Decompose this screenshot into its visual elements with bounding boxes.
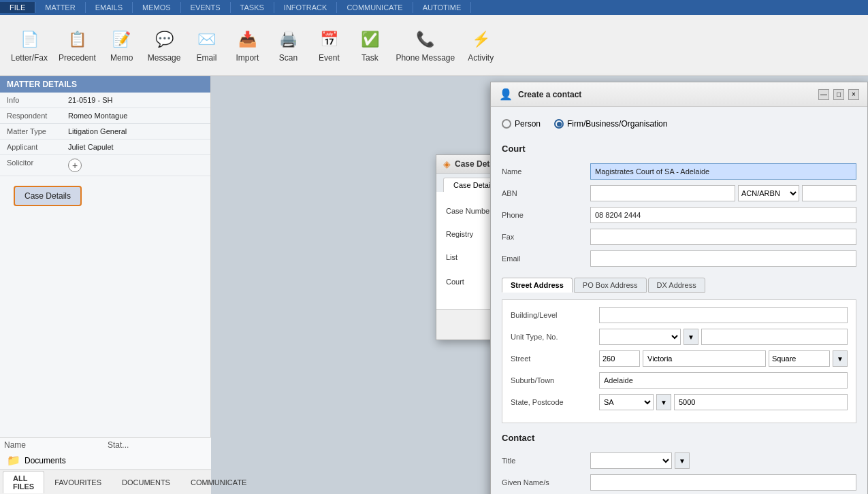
panel-close-button[interactable]: × xyxy=(848,89,859,100)
tab-events[interactable]: EVENTS xyxy=(181,2,231,13)
letter-fax-button[interactable]: 📄 Letter/Fax xyxy=(5,24,53,67)
panel-maximize-button[interactable]: □ xyxy=(833,89,844,100)
street-row: Street ▼ xyxy=(511,350,848,367)
unit-fields: ▼ xyxy=(599,329,848,345)
task-icon: ✅ xyxy=(359,29,381,50)
tab-file[interactable]: FILE xyxy=(0,2,35,13)
matter-applicant-row: Applicant Juliet Capulet xyxy=(0,139,210,155)
tab-autotime[interactable]: AUTOTIME xyxy=(413,2,472,13)
contact-icon: 👤 xyxy=(499,88,513,101)
street-name-input[interactable] xyxy=(643,350,766,367)
left-panel: MATTER DETAILS Info 21-0519 - SH Respond… xyxy=(0,76,211,494)
court-phone-label: Phone xyxy=(502,211,590,219)
street-type-dropdown-btn[interactable]: ▼ xyxy=(833,350,848,367)
message-icon: 💬 xyxy=(153,29,175,50)
precedent-icon: 📋 xyxy=(66,29,88,50)
tab-communicate[interactable]: COMMUNICATE xyxy=(337,2,413,13)
building-level-input[interactable] xyxy=(599,307,848,323)
street-number-input[interactable] xyxy=(599,350,640,367)
applicant-label: Applicant xyxy=(7,143,68,151)
contact-type-radio-group: Person Firm/Business/Organisation xyxy=(502,115,856,133)
task-button[interactable]: ✅ Task xyxy=(349,24,390,67)
tab-memos[interactable]: MEMOS xyxy=(133,2,181,13)
memo-button[interactable]: 📝 Memo xyxy=(101,24,142,67)
radio-firm-circle xyxy=(554,119,564,129)
court-fax-input[interactable] xyxy=(590,229,856,245)
abn-input[interactable] xyxy=(590,185,735,201)
state-dropdown-btn[interactable]: ▼ xyxy=(656,394,671,410)
tab-documents[interactable]: DOCUMENTS xyxy=(112,475,180,490)
import-button[interactable]: 📥 Import xyxy=(227,24,268,67)
court-section: Court Name ABN ACN/ARBN xyxy=(502,144,856,267)
matter-type-label: Matter Type xyxy=(7,127,68,135)
addr-tab-street[interactable]: Street Address xyxy=(502,278,573,293)
court-abn-row: ABN ACN/ARBN xyxy=(502,185,856,201)
panel-title-text: Create a contact xyxy=(518,90,581,99)
memo-label: Memo xyxy=(110,53,133,63)
court-fax-label: Fax xyxy=(502,233,590,241)
scan-label: Scan xyxy=(279,53,298,63)
add-solicitor-button[interactable]: + xyxy=(68,159,82,172)
tab-all-files[interactable]: ALL FILES xyxy=(3,471,44,493)
title-dropdown-btn[interactable]: ▼ xyxy=(675,452,690,469)
tab-tasks[interactable]: TASKS xyxy=(231,2,274,13)
activity-button[interactable]: ⚡ Activity xyxy=(460,24,501,67)
case-details-button[interactable]: Case Details xyxy=(14,186,82,206)
building-level-row: Building/Level xyxy=(511,307,848,323)
unit-no-input[interactable] xyxy=(701,329,848,345)
postcode-input[interactable] xyxy=(674,394,848,410)
addr-tab-dx[interactable]: DX Address xyxy=(648,278,705,293)
documents-label: Documents xyxy=(25,456,66,465)
acn-value-input[interactable] xyxy=(802,185,856,201)
event-icon: 📅 xyxy=(318,29,340,50)
top-tab-bar: FILE MATTER EMAILS MEMOS EVENTS TASKS IN… xyxy=(0,0,868,15)
radio-firm-label: Firm/Business/Organisation xyxy=(567,119,667,129)
suburb-town-input[interactable] xyxy=(599,372,848,389)
radio-firm[interactable]: Firm/Business/Organisation xyxy=(554,119,667,129)
court-phone-input[interactable] xyxy=(590,207,856,223)
street-type-input[interactable] xyxy=(769,350,830,367)
documents-folder-icon: 📁 xyxy=(7,454,20,467)
court-email-input[interactable] xyxy=(590,250,856,267)
suburb-town-row: Suburb/Town xyxy=(511,372,848,389)
tab-infotrack[interactable]: INFOTRACK xyxy=(274,2,338,13)
tab-emails[interactable]: EMAILS xyxy=(86,2,133,13)
state-postcode-row: State, Postcode SA ▼ xyxy=(511,394,848,410)
precedent-button[interactable]: 📋 Precedent xyxy=(53,24,101,67)
tab-matter[interactable]: MATTER xyxy=(35,2,85,13)
file-col-status: Stat... xyxy=(108,440,129,450)
radio-person[interactable]: Person xyxy=(502,119,541,129)
import-icon: 📥 xyxy=(236,29,258,50)
main-toolbar: 📄 Letter/Fax 📋 Precedent 📝 Memo 💬 Messag… xyxy=(0,15,868,76)
title-select[interactable] xyxy=(590,452,672,469)
acn-arbn-select[interactable]: ACN/ARBN xyxy=(738,185,799,201)
scan-button[interactable]: 🖨️ Scan xyxy=(268,24,308,67)
state-select[interactable]: SA xyxy=(599,394,654,410)
phone-message-button[interactable]: 📞 Phone Message xyxy=(390,24,460,67)
message-button[interactable]: 💬 Message xyxy=(142,24,187,67)
panel-minimize-button[interactable]: — xyxy=(818,89,829,100)
court-name-input[interactable] xyxy=(590,163,856,180)
street-fields: ▼ xyxy=(599,350,848,367)
given-names-label: Given Name/s xyxy=(502,478,590,487)
event-button[interactable]: 📅 Event xyxy=(308,24,349,67)
matter-info-row: Info 21-0519 - SH xyxy=(0,93,210,108)
unit-type-dropdown-btn[interactable]: ▼ xyxy=(684,329,698,345)
scan-icon: 🖨️ xyxy=(277,29,299,50)
panel-title: 👤 Create a contact xyxy=(499,88,581,101)
street-label: Street xyxy=(511,355,599,363)
contact-section-title: Contact xyxy=(502,433,856,446)
contact-title-row: Title ▼ xyxy=(502,452,856,469)
tab-favourites[interactable]: FAVOURITES xyxy=(44,475,112,490)
radio-firm-dot xyxy=(557,122,562,127)
letter-fax-icon: 📄 xyxy=(18,29,40,50)
info-value: 21-0519 - SH xyxy=(68,96,204,104)
given-names-input[interactable] xyxy=(590,474,856,491)
email-button[interactable]: ✉️ Email xyxy=(186,24,227,67)
create-contact-panel: 👤 Create a contact — □ × Person xyxy=(490,82,868,494)
panel-window-controls: — □ × xyxy=(818,89,859,100)
email-icon: ✉️ xyxy=(195,29,217,50)
unit-type-select[interactable] xyxy=(599,329,681,345)
addr-tab-po-box[interactable]: PO Box Address xyxy=(574,278,647,293)
radio-person-label: Person xyxy=(515,119,541,129)
